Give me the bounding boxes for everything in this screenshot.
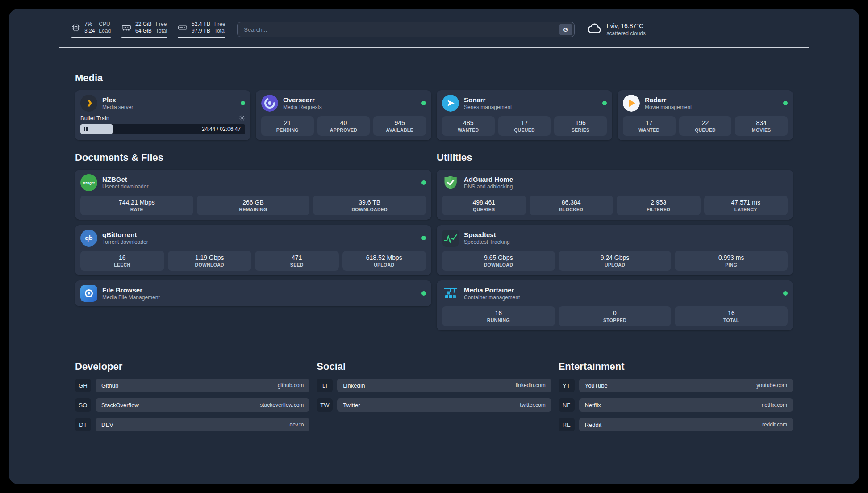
stat-tile: 0 STOPPED bbox=[559, 306, 672, 326]
seek-bar[interactable]: 24:44 / 02:06:47 bbox=[80, 124, 245, 134]
sonarr-icon bbox=[442, 95, 459, 112]
app-name: Overseerr bbox=[283, 96, 322, 104]
bookmark-link[interactable]: Twitter twitter.com bbox=[337, 398, 551, 412]
cpu-icon bbox=[71, 23, 80, 32]
now-playing-title: Bullet Train bbox=[80, 115, 109, 121]
app-desc: Movie management bbox=[645, 104, 692, 111]
app-desc: Speedtest Tracking bbox=[464, 239, 510, 246]
memory-label: Free bbox=[156, 21, 167, 28]
app-name: Media Portainer bbox=[464, 286, 520, 294]
app-name: qBittorrent bbox=[102, 230, 148, 239]
entertainment-heading: Entertainment bbox=[559, 361, 793, 372]
status-dot bbox=[421, 101, 426, 105]
bookmark-link[interactable]: StackOverflow stackoverflow.com bbox=[96, 398, 309, 412]
app-desc: Series management bbox=[464, 104, 512, 111]
search-input[interactable] bbox=[243, 26, 559, 33]
bookmark-linkedin: LI LinkedIn linkedin.com bbox=[317, 379, 551, 392]
bookmark-abbr: RE bbox=[559, 418, 575, 431]
storage-progress-bar bbox=[178, 37, 225, 38]
storage-widget: 52.4 TB 97.9 TB Free Total bbox=[178, 21, 225, 38]
app-desc: Torrent downloader bbox=[102, 239, 148, 246]
bookmark-youtube: YT YouTube youtube.com bbox=[559, 379, 793, 392]
bookmark-github: GH Github github.com bbox=[75, 379, 309, 392]
bookmark-abbr: NF bbox=[559, 398, 575, 412]
media-heading: Media bbox=[75, 72, 793, 84]
bookmark-abbr: DT bbox=[75, 418, 91, 431]
status-dot bbox=[421, 291, 426, 296]
stat-tile: 2,953 FILTERED bbox=[617, 196, 701, 215]
weather-widget: Lviv, 16.87°C scattered clouds bbox=[586, 21, 646, 38]
dashboard: 7% 3.24 CPU Load bbox=[9, 9, 859, 484]
gear-icon[interactable] bbox=[238, 115, 245, 121]
stat-tile: 17 QUEUED bbox=[498, 116, 551, 136]
stat-tile: 498,461 QUERIES bbox=[442, 196, 526, 215]
memory-widget: 22 GiB 64 GiB Free Total bbox=[121, 21, 167, 38]
stat-tile: 16 RUNNING bbox=[442, 306, 555, 326]
app-card-qbittorrent[interactable]: qb qBittorrent Torrent downloader 16 LEE… bbox=[75, 225, 431, 275]
developer-heading: Developer bbox=[75, 361, 309, 372]
app-name: Sonarr bbox=[464, 96, 512, 104]
app-card-portainer[interactable]: Media Portainer Container management 16 … bbox=[437, 280, 793, 330]
disk-icon bbox=[178, 23, 188, 33]
app-card-plex[interactable]: Plex Media server Bullet Train bbox=[75, 90, 250, 140]
playback-time: 24:44 / 02:06:47 bbox=[202, 124, 241, 134]
cpu-label2: Load bbox=[99, 28, 111, 34]
nzbget-icon: nzbget bbox=[80, 174, 97, 191]
utilities-heading: Utilities bbox=[437, 152, 793, 163]
memory-total: 64 GiB bbox=[135, 28, 152, 34]
status-dot bbox=[421, 236, 426, 240]
app-desc: DNS and adblocking bbox=[464, 184, 513, 190]
stat-tile: 618.52 Mbps UPLOAD bbox=[342, 251, 426, 271]
bookmark-link[interactable]: Reddit reddit.com bbox=[579, 418, 793, 431]
app-name: AdGuard Home bbox=[464, 175, 513, 184]
bookmark-link[interactable]: DEV dev.to bbox=[96, 418, 309, 431]
qbittorrent-icon: qb bbox=[80, 230, 97, 246]
app-card-nzbget[interactable]: nzbget NZBGet Usenet downloader 744.21 M… bbox=[75, 170, 431, 220]
stat-tile: 22 QUEUED bbox=[679, 116, 732, 136]
app-card-overseerr[interactable]: Overseerr Media Requests 21 PENDING 40 A… bbox=[256, 90, 431, 140]
bookmark-abbr: YT bbox=[559, 379, 575, 392]
section-documents: Documents & Files nzbget NZBGet Usenet d… bbox=[75, 152, 431, 312]
app-desc: Usenet downloader bbox=[102, 184, 148, 190]
stat-tile: 9.65 Gbps DOWNLOAD bbox=[442, 251, 555, 271]
app-name: Plex bbox=[102, 96, 133, 104]
app-card-adguard[interactable]: AdGuard Home DNS and adblocking 498,461 … bbox=[437, 170, 793, 220]
app-card-speedtest[interactable]: Speedtest Speedtest Tracking 9.65 Gbps D… bbox=[437, 225, 793, 275]
bookmark-link[interactable]: Github github.com bbox=[96, 379, 309, 392]
storage-free: 52.4 TB bbox=[192, 21, 210, 28]
bookmark-twitter: TW Twitter twitter.com bbox=[317, 398, 551, 412]
storage-label2: Total bbox=[214, 28, 225, 34]
stat-tile: 945 AVAILABLE bbox=[373, 116, 426, 136]
portainer-icon bbox=[442, 285, 459, 302]
section-utilities: Utilities AdGuard Home bbox=[437, 152, 793, 336]
section-entertainment: Entertainment YT YouTube youtube.com NF … bbox=[559, 361, 793, 438]
cpu-progress-bar bbox=[71, 37, 111, 38]
speedtest-icon bbox=[442, 230, 459, 246]
status-dot bbox=[421, 180, 426, 185]
radarr-icon bbox=[623, 95, 640, 112]
app-desc: Container management bbox=[464, 294, 520, 301]
section-developer: Developer GH Github github.com SO StackO… bbox=[75, 361, 309, 438]
bookmark-link[interactable]: LinkedIn linkedin.com bbox=[337, 379, 551, 392]
bookmark-link[interactable]: Netflix netflix.com bbox=[579, 398, 793, 412]
app-card-sonarr[interactable]: Sonarr Series management 485 WANTED 17 Q… bbox=[437, 90, 612, 140]
app-card-radarr[interactable]: Radarr Movie management 17 WANTED 22 QUE… bbox=[618, 90, 793, 140]
pause-button[interactable] bbox=[84, 127, 88, 131]
search-bar: G bbox=[237, 22, 574, 37]
bookmark-dev: DT DEV dev.to bbox=[75, 418, 309, 431]
stat-tile: 266 GB REMAINING bbox=[197, 196, 310, 215]
memory-progress-bar bbox=[121, 37, 167, 38]
search-engine-button[interactable]: G bbox=[559, 24, 572, 35]
documents-heading: Documents & Files bbox=[75, 152, 431, 163]
bookmark-link[interactable]: YouTube youtube.com bbox=[579, 379, 793, 392]
stat-tile: 16 TOTAL bbox=[675, 306, 788, 326]
status-dot bbox=[783, 101, 788, 105]
plex-icon bbox=[80, 95, 97, 112]
stat-tile: 47.571 ms LATENCY bbox=[704, 196, 788, 215]
system-stats: 7% 3.24 CPU Load bbox=[71, 21, 225, 38]
app-card-filebrowser[interactable]: File Browser Media File Management bbox=[75, 280, 431, 306]
stat-tile: 196 SERIES bbox=[554, 116, 607, 136]
app-desc: Media File Management bbox=[102, 294, 160, 301]
app-name: File Browser bbox=[102, 286, 160, 294]
bookmark-stackoverflow: SO StackOverflow stackoverflow.com bbox=[75, 398, 309, 412]
